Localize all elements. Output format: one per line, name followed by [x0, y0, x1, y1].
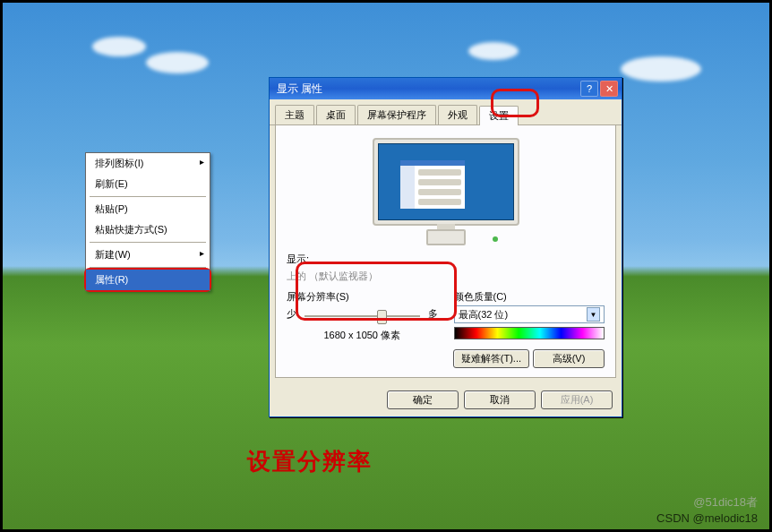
menu-paste-shortcut[interactable]: 粘贴快捷方式(S) — [86, 219, 210, 240]
color-quality-value: 最高(32 位) — [459, 308, 509, 322]
dialog-tabs: 主题 桌面 屏幕保护程序 外观 设置 — [270, 99, 622, 125]
dialog-titlebar[interactable]: 显示 属性 ? ✕ — [270, 78, 622, 99]
tab-appearance[interactable]: 外观 — [438, 105, 477, 124]
color-spectrum-bar — [454, 327, 605, 339]
menu-paste[interactable]: 粘贴(P) — [86, 199, 210, 219]
cancel-button[interactable]: 取消 — [464, 390, 536, 409]
settings-tab-panel: 显示: 上的 （默认监视器） 屏幕分辨率(S) 少 多 1680 x 1050 … — [275, 125, 616, 378]
menu-arrange-icons[interactable]: 排列图标(I) — [86, 153, 210, 174]
slider-thumb[interactable] — [377, 310, 387, 324]
apply-button[interactable]: 应用(A) — [541, 390, 613, 409]
dialog-footer: 确定 取消 应用(A) — [270, 383, 622, 416]
monitor-stand — [426, 229, 466, 245]
monitor-led-icon — [493, 236, 498, 242]
menu-new[interactable]: 新建(W) — [86, 245, 210, 265]
tab-screensaver[interactable]: 屏幕保护程序 — [357, 105, 436, 124]
resolution-header: 屏幕分辨率(S) — [287, 288, 438, 305]
resolution-value: 1680 x 1050 像素 — [287, 325, 438, 346]
troubleshoot-button[interactable]: 疑难解答(T)... — [453, 349, 529, 368]
cloud-deco — [146, 52, 209, 73]
display-label: 显示: — [287, 251, 605, 268]
tab-settings[interactable]: 设置 — [479, 106, 519, 125]
color-quality-combo[interactable]: 最高(32 位) ▼ — [454, 305, 605, 323]
slider-less-label: 少 — [287, 307, 296, 321]
watermark-secondary: @51dic18者 — [693, 494, 758, 511]
ok-button[interactable]: 确定 — [387, 390, 459, 409]
slider-more-label: 多 — [428, 307, 438, 321]
close-button[interactable]: ✕ — [600, 81, 618, 97]
dialog-title: 显示 属性 — [277, 82, 579, 97]
preview-window — [400, 160, 465, 209]
monitor-preview — [287, 131, 605, 251]
cloud-deco — [621, 56, 701, 82]
slider-track — [305, 315, 420, 317]
display-device: 上的 （默认监视器） — [287, 268, 605, 285]
cloud-deco — [468, 42, 519, 60]
cloud-deco — [92, 37, 146, 56]
tab-desktop[interactable]: 桌面 — [316, 105, 356, 124]
menu-properties[interactable]: 属性(R) — [86, 270, 210, 290]
resolution-slider[interactable]: 少 多 — [287, 307, 438, 323]
chevron-down-icon: ▼ — [587, 307, 600, 322]
tab-theme[interactable]: 主题 — [275, 105, 314, 124]
annotation-caption: 设置分辨率 — [247, 446, 373, 477]
advanced-button[interactable]: 高级(V) — [533, 349, 605, 368]
help-button[interactable]: ? — [580, 81, 598, 97]
watermark: CSDN @melodic18 — [656, 511, 758, 525]
menu-separator — [90, 242, 206, 243]
menu-refresh[interactable]: 刷新(E) — [86, 174, 210, 194]
display-properties-dialog: 显示 属性 ? ✕ 主题 桌面 屏幕保护程序 外观 设置 — [269, 77, 622, 417]
monitor-screen — [378, 143, 514, 220]
menu-separator — [90, 196, 206, 197]
desktop-context-menu: 排列图标(I) 刷新(E) 粘贴(P) 粘贴快捷方式(S) 新建(W) 属性(R… — [85, 152, 210, 291]
color-quality-header: 颜色质量(C) — [454, 288, 605, 305]
